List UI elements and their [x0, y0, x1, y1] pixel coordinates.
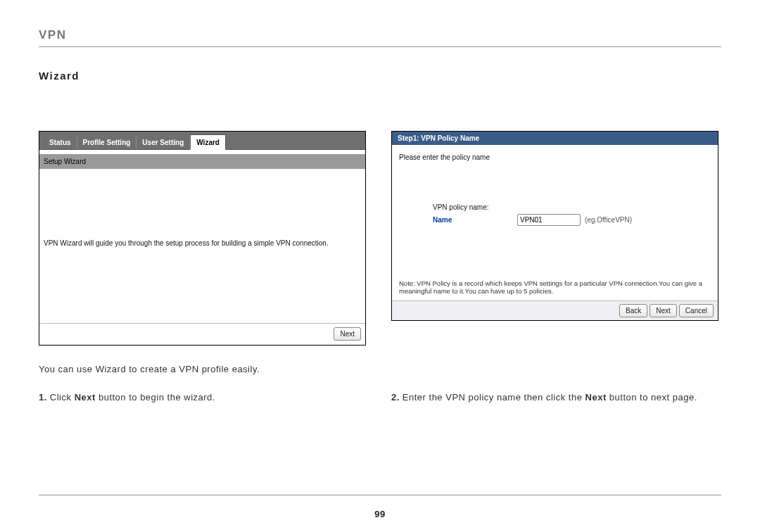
prompt-text: Please enter the policy name [399, 153, 711, 161]
step-2: 2. Enter the VPN policy name then click … [391, 391, 718, 405]
step-1: 1. Click Next button to begin the wizard… [39, 391, 366, 405]
step-title-bar: Step1: VPN Policy Name [392, 132, 718, 145]
footer-divider [39, 323, 365, 324]
back-button[interactable]: Back [619, 304, 647, 317]
step-2-text: Enter the VPN policy name then click the… [403, 391, 697, 405]
field-label-name: Name [433, 216, 517, 224]
divider-top [39, 46, 721, 47]
next-button[interactable]: Next [334, 327, 361, 341]
tab-profile-setting[interactable]: Profile Setting [77, 135, 137, 149]
section-title: Wizard [39, 70, 721, 82]
section-bar: Setup Wizard [39, 154, 365, 169]
screenshot-step1: Step1: VPN Policy Name Please enter the … [391, 131, 718, 321]
tab-bar: Status Profile Setting User Setting Wiza… [39, 132, 365, 150]
vpn-policy-name-input[interactable] [517, 214, 581, 226]
next-button-2[interactable]: Next [650, 304, 677, 317]
field-hint: (eg.OfficeVPN) [585, 216, 632, 224]
screenshot-setup-wizard: Status Profile Setting User Setting Wiza… [39, 131, 366, 346]
step-1-number: 1. [39, 391, 47, 405]
step-1-text: Click Next button to begin the wizard. [50, 391, 215, 405]
field-header: VPN policy name: [433, 203, 517, 211]
tab-user-setting[interactable]: User Setting [137, 135, 190, 149]
button-row: Back Next Cancel [392, 300, 718, 320]
caption-text: You can use Wizard to create a VPN profi… [39, 362, 366, 376]
step-2-number: 2. [391, 391, 400, 405]
note-text: Note: VPN Policy is a record which keeps… [392, 275, 718, 300]
cancel-button[interactable]: Cancel [679, 304, 714, 317]
wizard-description: VPN Wizard will guide you through the se… [39, 169, 365, 247]
tab-wizard[interactable]: Wizard [190, 134, 226, 150]
page-title: VPN [39, 28, 721, 42]
divider-bottom [39, 495, 721, 495]
tab-status[interactable]: Status [44, 135, 77, 149]
page-number: 99 [0, 509, 760, 519]
